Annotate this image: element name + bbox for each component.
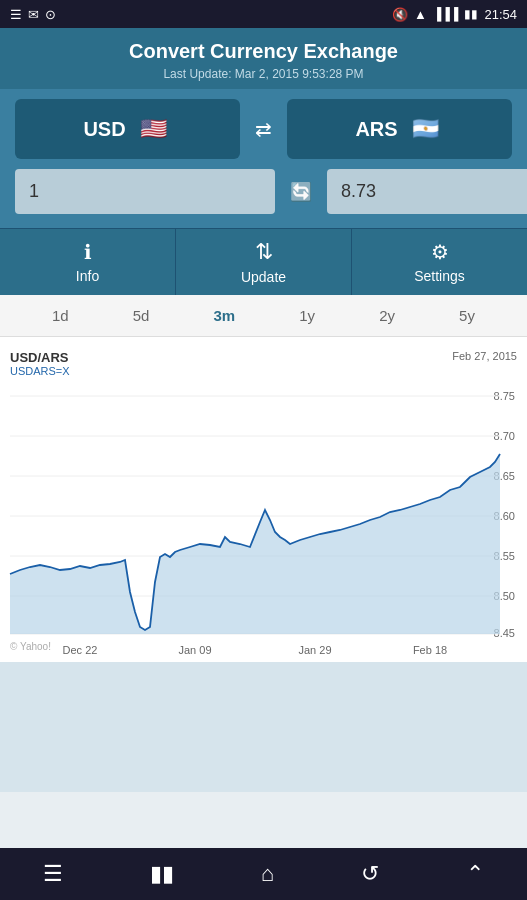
chart-svg-wrapper: 8.75 8.70 8.65 8.60 8.55 8.50 8.45 Dec 2… (0, 382, 527, 662)
home-icon[interactable]: ⌂ (253, 853, 282, 895)
to-amount-input[interactable] (327, 169, 527, 214)
time-2y[interactable]: 2y (371, 303, 403, 328)
time-range-row: 1d 5d 3m 1y 2y 5y (0, 295, 527, 337)
from-currency-code: USD (83, 118, 125, 141)
signal-icon: ▐▐▐ (433, 7, 459, 21)
svg-text:Dec 22: Dec 22 (63, 644, 98, 656)
info-icon: ℹ (84, 240, 92, 264)
time-5y[interactable]: 5y (451, 303, 483, 328)
tab-settings[interactable]: ⚙ Settings (352, 229, 527, 295)
chart-svg: 8.75 8.70 8.65 8.60 8.55 8.50 8.45 Dec 2… (0, 382, 527, 662)
message-icon: ✉ (28, 7, 39, 22)
svg-text:Jan 29: Jan 29 (298, 644, 331, 656)
nav-bar: ☰ ▮▮ ⌂ ↺ ⌃ (0, 848, 527, 900)
below-chart (0, 662, 527, 792)
to-currency-code: ARS (355, 118, 397, 141)
tab-update-label: Update (241, 269, 286, 285)
swap-icon[interactable]: ⇄ (250, 112, 277, 146)
mute-icon: 🔇 (392, 7, 408, 22)
notification-icon: ☰ (10, 7, 22, 22)
currency-selector-row: USD 🇺🇸 ⇄ ARS 🇦🇷 (0, 89, 527, 169)
recent-apps-icon[interactable]: ▮▮ (142, 853, 182, 895)
chart-pair: USD/ARS (10, 350, 70, 365)
time-5d[interactable]: 5d (125, 303, 158, 328)
amount-row: 🔄 (0, 169, 527, 228)
battery-icon: ▮▮ (464, 7, 478, 21)
tab-bar: ℹ Info ⇅ Update ⚙ Settings (0, 228, 527, 295)
chart-info-left: USD/ARS USDARS=X (10, 350, 70, 377)
status-bar-left: ☰ ✉ ⊙ (10, 7, 56, 22)
app-header: Convert Currency Exchange Last Update: M… (0, 28, 527, 89)
chart-header: USD/ARS USDARS=X Feb 27, 2015 (0, 345, 527, 382)
update-icon: ⇅ (255, 239, 273, 265)
svg-text:© Yahoo!: © Yahoo! (10, 641, 51, 652)
last-update: Last Update: Mar 2, 2015 9:53:28 PM (0, 67, 527, 81)
svg-text:Feb 18: Feb 18 (413, 644, 447, 656)
up-icon[interactable]: ⌃ (458, 853, 492, 895)
from-currency-button[interactable]: USD 🇺🇸 (15, 99, 240, 159)
from-amount-input[interactable] (15, 169, 275, 214)
tab-info-label: Info (76, 268, 99, 284)
menu-nav-icon[interactable]: ☰ (35, 853, 71, 895)
app-title: Convert Currency Exchange (0, 40, 527, 63)
clock: 21:54 (484, 7, 517, 22)
tab-info[interactable]: ℹ Info (0, 229, 176, 295)
tab-settings-label: Settings (414, 268, 465, 284)
tab-update[interactable]: ⇅ Update (176, 229, 352, 295)
to-currency-flag: 🇦🇷 (408, 111, 444, 147)
back-icon[interactable]: ↺ (353, 853, 387, 895)
time-3m[interactable]: 3m (206, 303, 244, 328)
status-bar: ☰ ✉ ⊙ 🔇 ▲ ▐▐▐ ▮▮ 21:54 (0, 0, 527, 28)
to-currency-button[interactable]: ARS 🇦🇷 (287, 99, 512, 159)
from-currency-flag: 🇺🇸 (136, 111, 172, 147)
settings-icon: ⚙ (431, 240, 449, 264)
chart-date: Feb 27, 2015 (452, 350, 517, 362)
chart-area: USD/ARS USDARS=X Feb 27, 2015 8.75 8.70 … (0, 337, 527, 662)
chart-ticker: USDARS=X (10, 365, 70, 377)
status-bar-right: 🔇 ▲ ▐▐▐ ▮▮ 21:54 (392, 7, 517, 22)
time-1d[interactable]: 1d (44, 303, 77, 328)
android-icon: ⊙ (45, 7, 56, 22)
svg-text:Jan 09: Jan 09 (178, 644, 211, 656)
refresh-icon[interactable]: 🔄 (285, 176, 317, 208)
time-1y[interactable]: 1y (291, 303, 323, 328)
wifi-icon: ▲ (414, 7, 427, 22)
